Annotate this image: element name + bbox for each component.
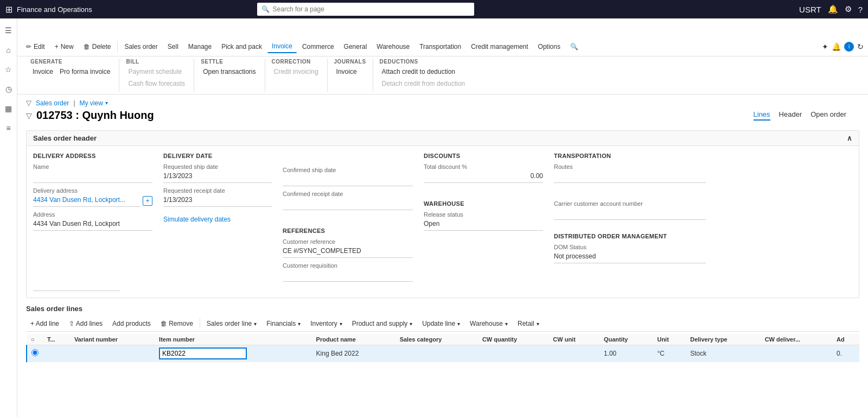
warehouse-lines-button[interactable]: Warehouse ▾ xyxy=(465,318,512,329)
search-icon: 🔍 xyxy=(261,5,270,13)
personalize-icon[interactable]: ✦ xyxy=(822,42,828,51)
ribbon-group-generate: Generate Invoice Pro forma invoice xyxy=(24,59,119,92)
ribbon-open-transactions-btn[interactable]: Open transactions xyxy=(201,67,258,77)
add-lines-button[interactable]: ⇧ Add lines xyxy=(65,318,107,329)
edit-button[interactable]: ✏ Edit xyxy=(22,41,49,53)
customer-ref-value[interactable]: CE #/SYNC_COMPLETED xyxy=(283,246,413,258)
sidebar-menu-icon[interactable]: ☰ xyxy=(1,23,16,38)
carrier-value xyxy=(554,208,706,220)
inventory-button[interactable]: Inventory ▾ xyxy=(306,318,346,329)
row-radio[interactable] xyxy=(27,345,43,362)
sales-order-line-button[interactable]: Sales order line ▾ xyxy=(202,318,261,329)
search-input[interactable] xyxy=(273,5,470,13)
dom-label: DISTRIBUTED ORDER MANAGEMENT xyxy=(554,233,706,239)
release-status-value[interactable]: Open xyxy=(424,219,543,231)
sidebar-recent-icon[interactable]: ◷ xyxy=(1,81,16,97)
app-grid-icon[interactable]: ⊞ xyxy=(5,4,12,15)
total-discount-value[interactable]: 0.00 xyxy=(424,171,543,183)
ribbon-journals-invoice-btn[interactable]: Invoice xyxy=(334,67,359,77)
new-button[interactable]: + New xyxy=(50,41,78,53)
filter-icon[interactable]: ▽ xyxy=(26,111,32,120)
col-cw-qty: CW quantity xyxy=(478,334,548,345)
search-bar[interactable]: 🔍 xyxy=(257,3,474,16)
manage-button[interactable]: Manage xyxy=(184,41,216,53)
ribbon-invoice-btn[interactable]: Invoice xyxy=(30,67,55,77)
item-number-input[interactable] xyxy=(159,348,247,359)
customer-req-label: Customer requisition xyxy=(283,262,413,269)
breadcrumb-sales-order[interactable]: Sales order xyxy=(36,99,69,107)
warehouse-button[interactable]: Warehouse xyxy=(372,41,414,53)
delivery-address-value[interactable]: 4434 Van Dusen Rd, Lockport... xyxy=(33,195,141,207)
ribbon-group-correction: Correction Credit invoicing xyxy=(265,59,328,92)
sell-button[interactable]: Sell xyxy=(163,41,183,53)
pick-pack-button[interactable]: Pick and pack xyxy=(217,41,266,53)
retail-button[interactable]: Retail ▾ xyxy=(513,318,544,329)
tab-open-order[interactable]: Open order xyxy=(810,109,846,121)
col-delivery-type: Delivery type xyxy=(686,334,760,345)
table-row[interactable]: King Bed 2022 1.00 °C Stock 0. xyxy=(27,345,859,362)
ribbon-attach-credit-btn[interactable]: Attach credit to deduction xyxy=(380,67,457,77)
sidebar-list-icon[interactable]: ≡ xyxy=(1,121,16,136)
customer-req-group: Customer requisition xyxy=(283,262,413,282)
req-receipt-value[interactable]: 1/13/2023 xyxy=(163,195,272,207)
address-group: Address 4434 Van Dusen Rd, Lockport xyxy=(33,211,152,231)
title-area: ▽ 012753 : Quynh Huong Lines Header Open… xyxy=(26,109,859,126)
add-products-button[interactable]: Add products xyxy=(108,318,155,329)
row-unit: °C xyxy=(653,345,686,362)
col-unit: Unit xyxy=(653,334,686,345)
settings-icon[interactable]: ⚙ xyxy=(845,4,852,14)
ribbon-group-deductions-title: Deductions xyxy=(380,59,418,65)
invoice-button[interactable]: Invoice xyxy=(267,40,297,53)
sidebar-workspaces-icon[interactable]: ▦ xyxy=(1,101,16,116)
row-sales-category xyxy=(395,345,478,362)
tab-header[interactable]: Header xyxy=(779,109,802,121)
req-ship-value[interactable]: 1/13/2023 xyxy=(163,171,272,183)
ribbon-group-deductions: Deductions Attach credit to deduction De… xyxy=(373,59,474,92)
credit-mgmt-button[interactable]: Credit management xyxy=(467,41,532,53)
remove-button[interactable]: 🗑 Remove xyxy=(156,318,197,329)
section-header-so[interactable]: Sales order header ∧ xyxy=(27,131,859,146)
sidebar-home-icon[interactable]: ⌂ xyxy=(1,42,16,58)
lines-toolbar: + Add line ⇧ Add lines Add products 🗑 Re… xyxy=(26,316,859,332)
sales-order-lines-section: Sales order lines + Add line ⇧ Add lines… xyxy=(26,305,859,362)
col-radio: ○ xyxy=(27,334,43,345)
product-supply-button[interactable]: Product and supply ▾ xyxy=(348,318,417,329)
general-button[interactable]: General xyxy=(340,41,372,53)
row-radio-input[interactable] xyxy=(31,349,39,356)
search-button[interactable]: 🔍 xyxy=(566,41,583,53)
warehouse-label: WAREHOUSE xyxy=(424,200,543,207)
ribbon-payment-schedule-btn: Payment schedule xyxy=(126,67,184,77)
bell-icon[interactable]: 🔔 xyxy=(832,42,841,51)
breadcrumb-myview[interactable]: My view ▾ xyxy=(80,99,108,107)
ribbon: Generate Invoice Pro forma invoice Bill … xyxy=(17,56,868,94)
financials-button[interactable]: Financials ▾ xyxy=(262,318,305,329)
update-line-button[interactable]: Update line ▾ xyxy=(418,318,464,329)
tab-lines[interactable]: Lines xyxy=(754,109,770,121)
simulate-delivery-link[interactable]: Simulate delivery dates xyxy=(163,216,272,223)
sales-order-button[interactable]: Sales order xyxy=(120,41,162,53)
row-ad: 0. xyxy=(832,345,859,362)
add-address-button[interactable]: + xyxy=(143,196,152,206)
row-item-number[interactable] xyxy=(155,345,311,362)
ribbon-cashflow-btn: Cash flow forecasts xyxy=(126,79,187,89)
delivery-address-row: 4434 Van Dusen Rd, Lockport... + xyxy=(33,195,152,207)
dom-status-value[interactable]: Not processed xyxy=(554,251,706,263)
view-tabs: Lines Header Open order xyxy=(754,109,846,121)
dropdown-arrow-7: ▾ xyxy=(537,321,539,327)
ribbon-group-journals: Journals Invoice xyxy=(328,59,373,92)
delete-button[interactable]: 🗑 Delete xyxy=(79,41,116,53)
help-icon[interactable]: ? xyxy=(858,5,863,14)
add-line-button[interactable]: + Add line xyxy=(26,318,63,329)
refresh-icon[interactable]: ↻ xyxy=(857,42,864,51)
sidebar-favorites-icon[interactable]: ☆ xyxy=(1,62,16,77)
transportation-button[interactable]: Transportation xyxy=(415,41,465,53)
transportation-dom-col: TRANSPORTATION Routes Carrier customer a… xyxy=(554,153,706,282)
address-label: Address xyxy=(33,211,152,218)
commerce-button[interactable]: Commerce xyxy=(298,41,339,53)
notification-icon[interactable]: 🔔 xyxy=(828,4,838,14)
ribbon-proforma-btn[interactable]: Pro forma invoice xyxy=(58,67,112,77)
options-button[interactable]: Options xyxy=(534,41,565,53)
breadcrumb-filter-icon[interactable]: ▽ xyxy=(26,99,31,107)
section-body-so: DELIVERY ADDRESS Name Delivery address 4… xyxy=(27,146,859,298)
routes-value xyxy=(554,171,706,183)
